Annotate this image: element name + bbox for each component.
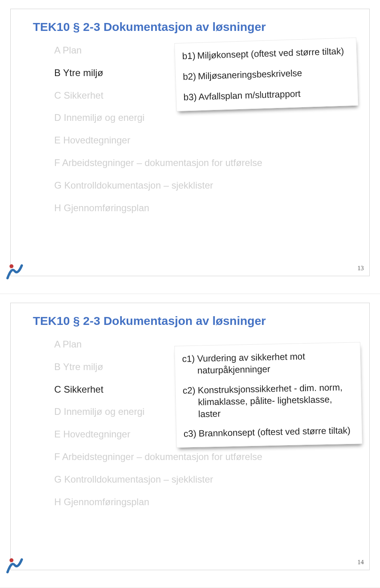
note-text: Brannkonsept (oftest ved større tiltak) — [199, 425, 353, 440]
slide-frame: TEK10 § 2-3 Dokumentasjon av løsninger A… — [10, 303, 370, 570]
company-logo-icon — [4, 556, 24, 575]
note-tag: b1) — [182, 50, 198, 62]
note-text: Avfallsplan m/sluttrapport — [198, 86, 348, 103]
note-tag: b3) — [183, 91, 199, 103]
list-item-e: E Hovedtegninger — [54, 135, 363, 146]
page-number: 14 — [357, 559, 364, 566]
note-tag: c3) — [184, 428, 199, 440]
note-row-c2: c2) Konstruksjonssikkerhet - dim. norm, … — [182, 381, 352, 420]
callout-note-b: b1) Miljøkonsept (oftest ved større tilt… — [174, 38, 358, 111]
svg-point-1 — [10, 558, 13, 562]
slide-title: TEK10 § 2-3 Dokumentasjon av løsninger — [33, 314, 266, 328]
note-text: Konstruksjonssikkerhet - dim. norm, klim… — [198, 381, 352, 420]
slide-14: TEK10 § 2-3 Dokumentasjon av løsninger A… — [0, 294, 380, 588]
list-item-d: D Innemiljø og energi — [54, 112, 363, 124]
slide-title: TEK10 § 2-3 Dokumentasjon av løsninger — [33, 20, 266, 34]
svg-point-0 — [10, 264, 13, 268]
note-text: Vurdering av sikkerhet mot naturpåkjenni… — [197, 350, 351, 377]
note-row-c1: c1) Vurdering av sikkerhet mot naturpåkj… — [182, 350, 351, 377]
company-logo-icon — [4, 262, 24, 281]
note-tag: b2) — [183, 71, 198, 83]
note-row-b3: b3) Avfallsplan m/sluttrapport — [183, 86, 348, 103]
slide-13: TEK10 § 2-3 Dokumentasjon av løsninger A… — [0, 0, 380, 294]
note-text: Miljøsaneringsbeskrivelse — [198, 66, 348, 82]
note-tag: c2) — [182, 385, 198, 420]
page-number: 13 — [357, 265, 364, 272]
list-item-f: F Arbeidstegninger – dokumentasjon for u… — [54, 451, 363, 463]
list-item-g: G Kontrolldokumentasjon – sjekklister — [54, 180, 363, 191]
note-tag: c1) — [182, 353, 198, 377]
list-item-f: F Arbeidstegninger – dokumentasjon for u… — [54, 157, 363, 169]
list-item-h: H Gjennomføringsplan — [54, 202, 363, 214]
note-row-b1: b1) Miljøkonsept (oftest ved større tilt… — [182, 45, 347, 62]
note-text: Miljøkonsept (oftest ved større tiltak) — [197, 45, 347, 62]
slide-frame: TEK10 § 2-3 Dokumentasjon av løsninger A… — [10, 9, 370, 276]
list-item-g: G Kontrolldokumentasjon – sjekklister — [54, 474, 363, 485]
note-row-b2: b2) Miljøsaneringsbeskrivelse — [183, 66, 348, 83]
note-row-c3: c3) Brannkonsept (oftest ved større tilt… — [184, 425, 353, 440]
callout-note-c: c1) Vurdering av sikkerhet mot naturpåkj… — [174, 342, 362, 448]
list-item-h: H Gjennomføringsplan — [54, 496, 363, 508]
